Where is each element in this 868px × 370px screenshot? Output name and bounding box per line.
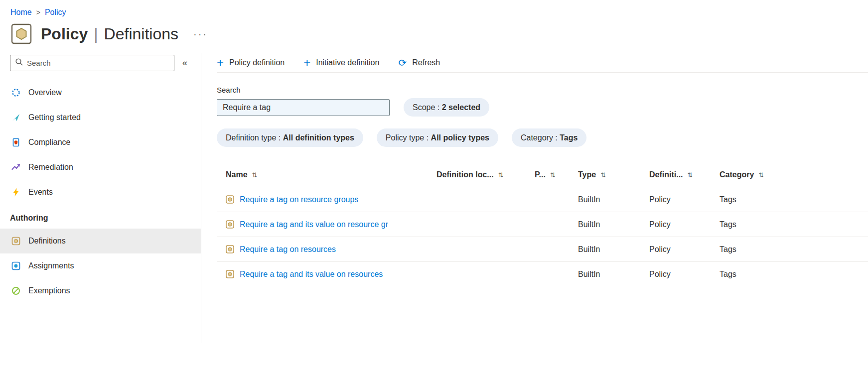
- pill-label: Policy type: [386, 133, 424, 142]
- column-label: Definition loc...: [436, 170, 494, 179]
- column-header-name[interactable]: Name ⇅: [226, 170, 436, 179]
- plus-icon: +: [303, 57, 310, 69]
- column-label: Category: [720, 170, 754, 179]
- name-cell: Require a tag on resources: [226, 245, 436, 254]
- type-cell: BuiltIn: [578, 220, 649, 229]
- policy-icon: [11, 23, 32, 45]
- filter-row-2: Definition type : All definition types P…: [217, 128, 868, 147]
- sidebar-item-compliance[interactable]: Compliance: [0, 130, 201, 155]
- search-icon: [15, 58, 23, 68]
- column-header-definition-type[interactable]: Definiti... ⇅: [649, 170, 720, 179]
- sidebar-item-label: Assignments: [28, 261, 74, 270]
- filter-row-1: Scope : 2 selected: [217, 98, 868, 117]
- sidebar-item-label: Events: [28, 188, 53, 197]
- scope-filter-pill[interactable]: Scope : 2 selected: [404, 98, 489, 117]
- overview-icon: [11, 88, 21, 98]
- definition-link[interactable]: Require a tag on resources: [240, 245, 336, 254]
- type-cell: BuiltIn: [578, 270, 649, 279]
- sidebar-item-exemptions[interactable]: Exemptions: [0, 278, 201, 303]
- refresh-button[interactable]: ⟳ Refresh: [398, 58, 440, 68]
- sidebar-item-overview[interactable]: Overview: [0, 80, 201, 105]
- content: « Overview Getting started: [0, 53, 868, 343]
- definition-link[interactable]: Require a tag on resource groups: [240, 195, 358, 204]
- category-cell: Tags: [720, 270, 868, 279]
- refresh-icon: ⟳: [398, 58, 407, 68]
- pill-separator: :: [276, 133, 283, 142]
- definition-search-input[interactable]: [217, 99, 390, 116]
- policy-definition-button-label: Policy definition: [229, 58, 285, 67]
- page-title: Policy | Definitions: [41, 25, 178, 43]
- definition-type-cell: Policy: [649, 220, 720, 229]
- column-header-policies[interactable]: P... ⇅: [535, 170, 578, 179]
- table-row[interactable]: Require a tag on resource groups BuiltIn…: [217, 187, 868, 212]
- page-title-separator: |: [94, 25, 98, 43]
- definition-link[interactable]: Require a tag and its value on resources: [240, 270, 383, 279]
- table-row[interactable]: Require a tag and its value on resources…: [217, 261, 868, 286]
- sidebar-item-label: Getting started: [28, 113, 81, 122]
- refresh-button-label: Refresh: [412, 58, 440, 67]
- definition-type-filter-pill[interactable]: Definition type : All definition types: [217, 128, 363, 147]
- column-header-definition-location[interactable]: Definition loc... ⇅: [436, 170, 535, 179]
- sidebar-search-input[interactable]: [27, 59, 169, 67]
- column-header-type[interactable]: Type ⇅: [578, 170, 649, 179]
- more-icon[interactable]: ···: [193, 28, 208, 40]
- sort-icon: ⇅: [688, 171, 693, 179]
- sidebar-item-label: Remediation: [28, 163, 73, 172]
- policy-type-filter-pill[interactable]: Policy type : All policy types: [377, 128, 498, 147]
- search-label: Search: [217, 86, 868, 94]
- policy-definition-icon: [226, 220, 234, 229]
- collapse-sidebar-icon[interactable]: «: [182, 58, 187, 68]
- definitions-table: Name ⇅ Definition loc... ⇅ P... ⇅ Type ⇅…: [217, 163, 868, 286]
- sort-icon: ⇅: [758, 171, 764, 179]
- breadcrumb: Home > Policy: [0, 0, 868, 17]
- sort-icon: ⇅: [498, 171, 504, 179]
- sidebar-menu: Overview Getting started: [0, 80, 201, 205]
- sidebar: « Overview Getting started: [0, 53, 201, 343]
- pill-label: Definition type: [226, 133, 276, 142]
- sidebar-item-getting-started[interactable]: Getting started: [0, 105, 201, 130]
- sort-icon: ⇅: [252, 171, 258, 179]
- pill-separator: :: [553, 133, 560, 142]
- sort-icon: ⇅: [550, 171, 556, 179]
- policy-definition-icon: [226, 245, 234, 253]
- sidebar-item-events[interactable]: Events: [0, 180, 201, 205]
- initiative-definition-button[interactable]: + Initiative definition: [303, 57, 379, 69]
- assignments-icon: [11, 261, 21, 271]
- category-cell: Tags: [720, 220, 868, 229]
- sort-icon: ⇅: [600, 171, 606, 179]
- type-cell: BuiltIn: [578, 195, 649, 204]
- policy-definition-button[interactable]: + Policy definition: [217, 57, 285, 69]
- sidebar-item-definitions[interactable]: Definitions: [0, 229, 201, 253]
- sidebar-item-label: Exemptions: [28, 286, 70, 295]
- pill-value: Tags: [560, 133, 578, 142]
- sidebar-item-remediation[interactable]: Remediation: [0, 155, 201, 180]
- column-header-category[interactable]: Category ⇅: [720, 170, 868, 179]
- compliance-icon: [11, 137, 21, 147]
- definition-type-cell: Policy: [649, 195, 720, 204]
- sidebar-search-box[interactable]: [10, 55, 174, 71]
- sidebar-item-label: Definitions: [28, 237, 66, 246]
- page-title-subtitle: Definitions: [104, 25, 178, 43]
- name-cell: Require a tag on resource groups: [226, 195, 436, 204]
- sidebar-item-assignments[interactable]: Assignments: [0, 253, 201, 278]
- page-header: Policy | Definitions ···: [0, 17, 868, 45]
- toolbar: + Policy definition + Initiative definit…: [217, 53, 868, 73]
- column-label: Type: [578, 170, 596, 179]
- definition-type-cell: Policy: [649, 270, 720, 279]
- breadcrumb-home-link[interactable]: Home: [10, 8, 32, 17]
- sidebar-item-label: Overview: [28, 88, 62, 97]
- getting-started-icon: [11, 113, 21, 123]
- table-header: Name ⇅ Definition loc... ⇅ P... ⇅ Type ⇅…: [217, 163, 868, 187]
- table-row[interactable]: Require a tag on resources BuiltIn Polic…: [217, 237, 868, 261]
- definition-link[interactable]: Require a tag and its value on resource …: [240, 220, 388, 229]
- sidebar-item-label: Compliance: [28, 138, 70, 147]
- column-label: P...: [535, 170, 546, 179]
- chevron-right-icon: >: [36, 8, 40, 16]
- sidebar-authoring-menu: Definitions Assignments: [0, 229, 201, 303]
- pill-value: All definition types: [283, 133, 354, 142]
- main-content: + Policy definition + Initiative definit…: [201, 53, 868, 343]
- pill-separator: :: [435, 103, 441, 112]
- category-filter-pill[interactable]: Category : Tags: [512, 128, 586, 147]
- table-row[interactable]: Require a tag and its value on resource …: [217, 212, 868, 237]
- breadcrumb-policy-link[interactable]: Policy: [45, 8, 66, 17]
